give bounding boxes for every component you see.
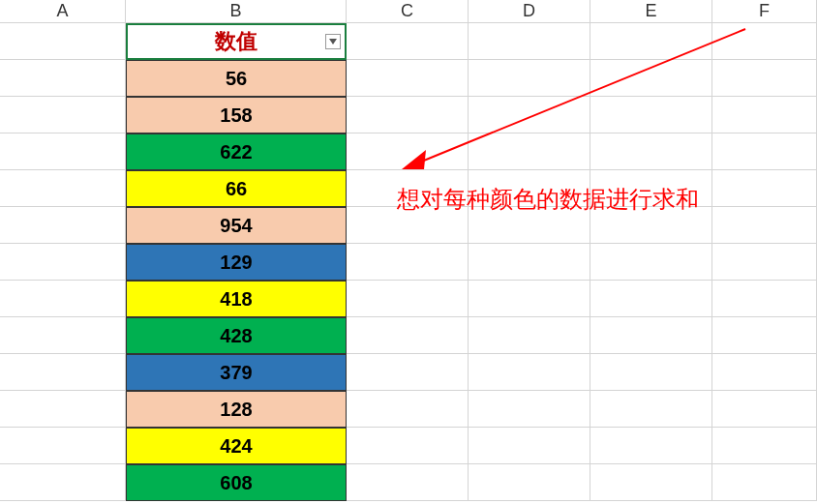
cell[interactable] bbox=[469, 207, 590, 244]
col-header-b[interactable]: B bbox=[126, 0, 347, 22]
cell[interactable] bbox=[347, 207, 469, 244]
data-cell[interactable]: 128 bbox=[126, 391, 347, 428]
cell[interactable] bbox=[590, 60, 712, 97]
cell[interactable] bbox=[590, 354, 712, 391]
cell[interactable] bbox=[590, 391, 712, 428]
data-cell[interactable]: 622 bbox=[126, 133, 347, 170]
cell[interactable] bbox=[469, 60, 590, 97]
cell[interactable] bbox=[0, 133, 126, 170]
cell[interactable] bbox=[347, 23, 469, 60]
cell[interactable] bbox=[712, 391, 817, 428]
cell[interactable] bbox=[0, 391, 126, 428]
cell[interactable] bbox=[469, 317, 590, 354]
cell[interactable] bbox=[590, 133, 712, 170]
data-cell[interactable]: 418 bbox=[126, 281, 347, 317]
table-row: 66 bbox=[0, 170, 817, 207]
cell[interactable] bbox=[712, 281, 817, 317]
col-header-a[interactable]: A bbox=[0, 0, 126, 22]
cell[interactable] bbox=[0, 207, 126, 244]
spreadsheet: A B C D E F 数值 5615862266954129418428379… bbox=[0, 0, 817, 504]
table-header-cell[interactable]: 数值 bbox=[126, 23, 347, 60]
cell-value: 424 bbox=[220, 435, 252, 458]
col-header-c[interactable]: C bbox=[347, 0, 469, 22]
column-header-row: A B C D E F bbox=[0, 0, 817, 23]
cell[interactable] bbox=[712, 428, 817, 464]
cell[interactable] bbox=[590, 464, 712, 501]
data-cell[interactable]: 954 bbox=[126, 207, 347, 244]
cell[interactable] bbox=[469, 354, 590, 391]
cell[interactable] bbox=[469, 244, 590, 281]
cell[interactable] bbox=[590, 317, 712, 354]
cell[interactable] bbox=[469, 97, 590, 133]
cell[interactable] bbox=[712, 207, 817, 244]
data-cell[interactable]: 379 bbox=[126, 354, 347, 391]
cell[interactable] bbox=[0, 317, 126, 354]
cell[interactable] bbox=[0, 281, 126, 317]
cell[interactable] bbox=[590, 170, 712, 207]
cell[interactable] bbox=[712, 464, 817, 501]
data-cell[interactable]: 129 bbox=[126, 244, 347, 281]
cell[interactable] bbox=[712, 354, 817, 391]
cell[interactable] bbox=[347, 317, 469, 354]
cell[interactable] bbox=[347, 170, 469, 207]
cell[interactable] bbox=[712, 170, 817, 207]
grid-body: 数值 5615862266954129418428379128424608 bbox=[0, 23, 817, 501]
data-cell[interactable]: 424 bbox=[126, 428, 347, 464]
cell[interactable] bbox=[0, 244, 126, 281]
cell[interactable] bbox=[590, 23, 712, 60]
data-cell[interactable]: 608 bbox=[126, 464, 347, 501]
cell[interactable] bbox=[469, 133, 590, 170]
cell-value: 954 bbox=[220, 215, 252, 237]
cell[interactable] bbox=[347, 97, 469, 133]
cell-value: 379 bbox=[220, 362, 252, 384]
table-row: 158 bbox=[0, 97, 817, 133]
cell[interactable] bbox=[347, 244, 469, 281]
cell-value: 622 bbox=[220, 141, 252, 163]
cell[interactable] bbox=[590, 207, 712, 244]
table-row: 622 bbox=[0, 133, 817, 170]
cell[interactable] bbox=[590, 97, 712, 133]
cell[interactable] bbox=[712, 97, 817, 133]
cell[interactable] bbox=[712, 133, 817, 170]
cell[interactable] bbox=[590, 428, 712, 464]
cell[interactable] bbox=[347, 60, 469, 97]
cell[interactable] bbox=[469, 23, 590, 60]
col-header-f[interactable]: F bbox=[712, 0, 817, 22]
cell[interactable] bbox=[712, 244, 817, 281]
cell[interactable] bbox=[0, 97, 126, 133]
cell[interactable] bbox=[469, 391, 590, 428]
cell[interactable] bbox=[347, 464, 469, 501]
cell[interactable] bbox=[0, 354, 126, 391]
cell[interactable] bbox=[0, 60, 126, 97]
cell[interactable] bbox=[0, 464, 126, 501]
cell-value: 66 bbox=[226, 178, 247, 200]
table-row: 56 bbox=[0, 60, 817, 97]
table-row: 608 bbox=[0, 464, 817, 501]
cell[interactable] bbox=[469, 281, 590, 317]
data-cell[interactable]: 428 bbox=[126, 317, 347, 354]
cell-value: 428 bbox=[220, 325, 252, 347]
cell[interactable] bbox=[347, 133, 469, 170]
cell[interactable] bbox=[347, 428, 469, 464]
cell[interactable] bbox=[469, 170, 590, 207]
cell[interactable] bbox=[347, 354, 469, 391]
data-cell[interactable]: 66 bbox=[126, 170, 347, 207]
cell[interactable] bbox=[712, 60, 817, 97]
col-header-d[interactable]: D bbox=[469, 0, 590, 22]
cell[interactable] bbox=[0, 23, 126, 60]
cell[interactable] bbox=[0, 170, 126, 207]
col-header-e[interactable]: E bbox=[590, 0, 712, 22]
cell[interactable] bbox=[590, 244, 712, 281]
cell[interactable] bbox=[347, 281, 469, 317]
cell[interactable] bbox=[0, 428, 126, 464]
cell[interactable] bbox=[469, 428, 590, 464]
data-cell[interactable]: 158 bbox=[126, 97, 347, 133]
cell[interactable] bbox=[712, 23, 817, 60]
cell[interactable] bbox=[590, 281, 712, 317]
cell[interactable] bbox=[347, 391, 469, 428]
cell[interactable] bbox=[469, 464, 590, 501]
filter-dropdown-button[interactable] bbox=[325, 34, 341, 49]
cell[interactable] bbox=[712, 317, 817, 354]
data-cell[interactable]: 56 bbox=[126, 60, 347, 97]
table-row: 379 bbox=[0, 354, 817, 391]
